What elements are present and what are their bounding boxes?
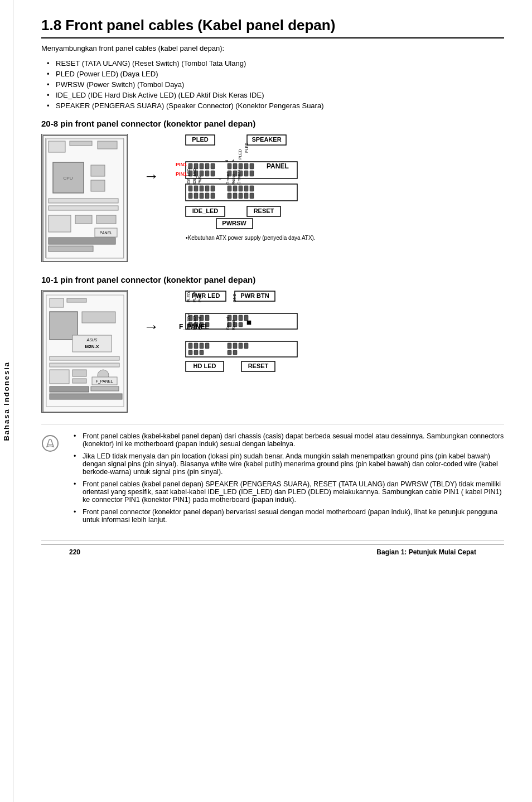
svg-rect-142 (200, 343, 204, 349)
svg-text:Reset: Reset (231, 175, 235, 185)
svg-text:HD LED: HD LED (194, 363, 216, 369)
footer-chapter: Bagian 1: Petunjuk Mulai Cepat (376, 548, 476, 556)
note-item: Front panel connector (konektor panel de… (74, 508, 504, 524)
svg-rect-33 (200, 163, 204, 169)
svg-rect-104 (91, 386, 119, 391)
svg-text:PWRSW: PWRSW (222, 220, 246, 226)
svg-text:Ground: Ground (226, 172, 230, 185)
list-item: RESET (TATA ULANG) (Reset Switch) (Tombo… (47, 59, 504, 67)
subsection2-title: 10-1 pin front panel connector (konektor… (41, 275, 504, 284)
side-label: Bahasa Indonesia (2, 361, 11, 441)
svg-text:PIN1: PIN1 (176, 171, 187, 177)
pencil-icon (41, 434, 59, 452)
note-content: Front panel cables (kabel-kabel panel de… (68, 432, 504, 533)
svg-text:IDELED-: IDELED- (192, 315, 196, 330)
svg-text:SPEAKER: SPEAKER (252, 136, 281, 143)
svg-rect-38 (239, 163, 243, 169)
connector-diagram-20pin: PLED SPEAKER Ground Ground 5V+ PLED P (175, 134, 504, 264)
subsection1-title: 20-8 pin front panel connector (konektor… (41, 119, 504, 128)
svg-rect-150 (200, 350, 204, 355)
svg-rect-124 (244, 315, 248, 321)
svg-text:F_PANEL: F_PANEL (96, 379, 113, 384)
svg-text:PANEL: PANEL (267, 162, 289, 170)
note-item: Front panel cables (kabel-kabel panel de… (74, 432, 504, 448)
svg-rect-101 (72, 379, 86, 383)
svg-text:PLED-: PLED- (192, 291, 196, 302)
svg-rect-147 (244, 343, 248, 349)
svg-rect-63 (244, 186, 248, 191)
arrow-right-20pin: → (139, 167, 163, 185)
svg-text:PLED-: PLED- (187, 291, 191, 302)
svg-text:M2N-X: M2N-X (85, 344, 100, 349)
svg-rect-143 (205, 343, 209, 349)
svg-rect-40 (250, 163, 254, 169)
svg-rect-68 (205, 193, 209, 199)
svg-text:PLED: PLED (238, 149, 242, 160)
svg-rect-61 (233, 186, 237, 191)
svg-rect-131 (239, 322, 243, 327)
footer-page-number: 220 (69, 548, 80, 556)
svg-rect-71 (233, 193, 237, 199)
note-icon (41, 434, 59, 456)
svg-rect-152 (233, 350, 237, 355)
svg-rect-99 (50, 370, 69, 384)
svg-rect-55 (188, 186, 192, 191)
svg-rect-50 (250, 171, 254, 176)
svg-text:PLED: PLED (192, 136, 208, 143)
svg-rect-97 (50, 356, 119, 360)
list-item: PWRSW (Power Switch) (Tombol Daya) (47, 80, 504, 89)
svg-rect-45 (211, 171, 215, 176)
svg-rect-37 (233, 163, 237, 169)
board-diagram-10pin: ASUS M2N-X (41, 290, 128, 413)
svg-rect-44 (205, 171, 209, 176)
svg-rect-57 (200, 186, 204, 191)
svg-text:PIN1: PIN1 (176, 162, 187, 167)
svg-rect-123 (239, 315, 243, 321)
connector-diagram-10pin: PWR LED PWR BTN PLED- PLED- PWR GND (175, 290, 504, 409)
note-box: Front panel cables (kabel-kabel panel de… (41, 424, 504, 541)
svg-text:IDE_LED-: IDE_LED- (192, 167, 197, 185)
svg-rect-49 (244, 171, 248, 176)
svg-text:Ground+: Ground+ (237, 170, 241, 185)
svg-text:PWR: PWR (198, 293, 202, 302)
svg-rect-146 (239, 343, 243, 349)
svg-rect-67 (200, 193, 204, 199)
svg-rect-73 (244, 193, 248, 199)
svg-rect-43 (200, 171, 204, 176)
svg-rect-56 (194, 186, 198, 191)
svg-text:GND: GND (233, 293, 236, 302)
svg-rect-34 (205, 163, 209, 169)
svg-text:IDELED+: IDELED+ (187, 314, 191, 330)
svg-rect-65 (188, 193, 192, 199)
svg-rect-90 (50, 298, 64, 307)
svg-point-157 (42, 436, 58, 451)
svg-text:Reset: Reset (231, 320, 235, 330)
svg-rect-105 (50, 394, 122, 399)
svg-rect-93 (82, 312, 115, 323)
svg-text:PWR: PWR (198, 176, 202, 185)
svg-rect-69 (211, 193, 215, 199)
svg-rect-140 (188, 343, 192, 349)
connector-svg-20pin: PLED SPEAKER Ground Ground 5V+ PLED P (175, 134, 386, 262)
page-footer: 220 Bagian 1: Petunjuk Mulai Cepat (41, 544, 504, 556)
svg-rect-70 (228, 193, 231, 199)
svg-text:PWR BTN: PWR BTN (240, 292, 269, 299)
svg-rect-59 (211, 186, 215, 191)
feature-list: RESET (TATA ULANG) (Reset Switch) (Tombo… (47, 59, 504, 110)
note-item: Jika LED tidak menyala dan pin location … (74, 452, 504, 476)
subsection-10pin: 10-1 pin front panel connector (konektor… (41, 275, 504, 413)
board-diagram-20pin: CPU (41, 134, 128, 262)
list-item: PLED (Power LED) (Daya LED) (47, 70, 504, 78)
svg-rect-144 (228, 343, 231, 349)
svg-rect-100 (72, 370, 86, 376)
svg-rect-145 (233, 343, 237, 349)
svg-rect-72 (239, 193, 243, 199)
svg-rect-58 (205, 186, 209, 191)
connector-svg-10pin: PWR LED PWR BTN PLED- PLED- PWR GND (175, 290, 386, 407)
svg-rect-151 (228, 350, 231, 355)
svg-text:Ground: Ground (198, 317, 202, 330)
board-inner (45, 138, 124, 258)
svg-rect-60 (228, 186, 231, 191)
svg-rect-74 (250, 193, 254, 199)
subsection-20pin: 20-8 pin front panel connector (konektor… (41, 119, 504, 264)
